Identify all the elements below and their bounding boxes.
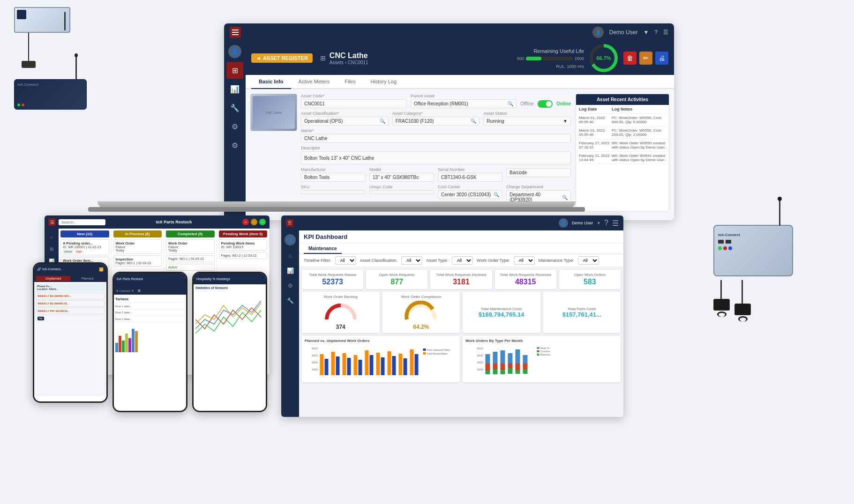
act-date-0: March 01, 2022 05:55:40 bbox=[579, 116, 612, 124]
antenna-tip bbox=[75, 53, 78, 57]
kpi-card-1-value: 877 bbox=[369, 278, 425, 286]
kanban-card-detail-1: ID: WR 100001 | 01-02-23 bbox=[63, 245, 107, 249]
gauge-percent: 66.7% bbox=[596, 55, 611, 61]
sidebar-item-workorders[interactable]: 🔧 bbox=[226, 99, 243, 116]
dash-more-icon[interactable]: ☰ bbox=[612, 219, 619, 228]
antenna-2 bbox=[75, 56, 77, 80]
sensor-body-top bbox=[14, 7, 70, 33]
unspc-input[interactable] bbox=[369, 190, 434, 194]
act-date-2: February 27, 2022 07:18:32 bbox=[579, 141, 612, 149]
tab-basic-info[interactable]: Basic Info bbox=[251, 75, 291, 89]
field-barcode: Barcode bbox=[506, 167, 571, 182]
kanban-card-pw2: Pages: WO-2 | 12-03-23 bbox=[219, 252, 268, 259]
tablet-btn-orange[interactable]: ○ bbox=[251, 219, 257, 225]
svg-rect-14 bbox=[376, 353, 380, 375]
svg-text:Total Unplanned Maint.: Total Unplanned Maint. bbox=[427, 348, 451, 351]
kpi-compliance-label: Work Order Compliance bbox=[385, 295, 457, 299]
tab-active-meters[interactable]: Active Meters bbox=[291, 75, 337, 89]
filter-timeline-select[interactable]: All bbox=[335, 256, 356, 265]
category-input[interactable]: FRAC1030 (F120) 🔍 bbox=[392, 117, 480, 126]
tab-history-log[interactable]: History Log bbox=[363, 75, 404, 89]
asset-image: CNC Lathe bbox=[250, 94, 297, 131]
kpi-card-4: Open Work Orders 583 bbox=[559, 270, 621, 289]
kanban-detail-c3: Active bbox=[168, 266, 212, 269]
sidebar-item-settings1[interactable]: ⚙ bbox=[226, 118, 243, 135]
dash-sidebar-tools[interactable]: 🔧 bbox=[284, 294, 297, 307]
phone1-tab-planned[interactable]: Planned bbox=[70, 276, 105, 281]
tablet-search-input[interactable]: Search... bbox=[59, 219, 105, 225]
kpi-maint-cost-value: $169,794,765.14 bbox=[479, 311, 524, 318]
asset-code-input[interactable]: CNC0011 bbox=[301, 99, 407, 108]
svg-text:Maintenan...: Maintenan... bbox=[540, 354, 552, 356]
tablet-menu-icon[interactable]: ☰ bbox=[48, 218, 56, 226]
tablet-sidebar-home[interactable]: ⌂ bbox=[46, 231, 57, 242]
phone2-filter-icon[interactable]: ⊞ bbox=[138, 289, 141, 292]
svg-rect-8 bbox=[343, 353, 346, 375]
iot-antenna-tall bbox=[779, 200, 780, 226]
asset-title: CNC Lathe bbox=[330, 52, 368, 60]
mfr-input[interactable]: Bolton Tools bbox=[301, 173, 366, 182]
filter-asset-type-select[interactable]: All bbox=[452, 256, 473, 265]
status-toggle[interactable] bbox=[538, 100, 553, 108]
dash-menu-btn[interactable]: ☰ bbox=[286, 219, 293, 227]
status-input[interactable]: Running ▼ bbox=[483, 117, 571, 126]
kpi-compliance-card: Work Order Compliance 64.2% bbox=[382, 292, 460, 333]
edit-icon-button[interactable]: ✏ bbox=[639, 52, 652, 65]
col-log-notes: Log Notes bbox=[612, 107, 666, 111]
phone2-bar-3 bbox=[122, 341, 125, 352]
barcode-input[interactable]: Barcode bbox=[506, 168, 571, 177]
sku-input[interactable] bbox=[301, 190, 366, 194]
topbar: 👤 Demo User ▼ ? ☰ bbox=[224, 23, 674, 41]
tablet-sidebar-grid[interactable]: ⊞ bbox=[46, 244, 57, 254]
tablet-btn-red[interactable]: × bbox=[242, 219, 249, 225]
more-icon[interactable]: ☰ bbox=[663, 29, 668, 36]
name-input[interactable]: CNC Lathe bbox=[301, 134, 571, 143]
unspc-label: Unspc Code bbox=[369, 185, 434, 189]
classification-input[interactable]: Operational (OPS) 🔍 bbox=[301, 117, 389, 126]
phone1-item1-detail: Location: Maint... bbox=[37, 288, 104, 290]
field-serial: Serial Number CBT1340-6-GSK bbox=[438, 167, 502, 182]
gauge-circle: 66.7% bbox=[590, 44, 618, 72]
tab-files[interactable]: Files bbox=[337, 75, 363, 89]
dash-sidebar-chart[interactable]: 📊 bbox=[284, 264, 297, 277]
kanban-header-process: In Process (8) bbox=[113, 230, 162, 237]
asset-title-section: CNC Lathe Assets › CNC0011 bbox=[330, 52, 368, 65]
field-model: Model 13" x 40" GSK980TBc bbox=[369, 167, 434, 182]
dash-sidebar-settings[interactable]: ⚙ bbox=[284, 279, 297, 292]
clamp-wire-1 bbox=[720, 280, 722, 299]
act-date-3: February 21, 2022 13:44:49 bbox=[579, 154, 612, 162]
tabs: Basic Info Active Meters Files History L… bbox=[246, 75, 674, 89]
tablet-btn-green[interactable]: ○ bbox=[259, 219, 266, 225]
filter-asset-class-select[interactable]: All bbox=[401, 256, 422, 265]
dash-help-icon[interactable]: ? bbox=[604, 219, 608, 227]
svg-rect-43 bbox=[516, 363, 520, 371]
kanban-header-new: New (12) bbox=[60, 230, 109, 237]
svg-rect-30 bbox=[486, 354, 490, 363]
filter-maint-type-select[interactable]: All bbox=[578, 256, 599, 265]
parent-asset-input[interactable]: Office Reception (RM001) 🔍 bbox=[411, 99, 517, 108]
phone2-row-2: Row 2 data... bbox=[115, 310, 185, 316]
sidebar-item-charts[interactable]: 📊 bbox=[226, 81, 243, 97]
dash-sidebar-avatar: 👤 bbox=[285, 234, 296, 245]
act-note-3: W0: Work Order W0541 created with status… bbox=[612, 154, 666, 162]
kpi-backlog-label: Work Order Backlog bbox=[305, 295, 377, 299]
phone1-tab-unplanned[interactable]: Unplanned bbox=[36, 276, 70, 281]
help-icon[interactable]: ? bbox=[654, 29, 658, 36]
sidebar-item-settings2[interactable]: ⚙ bbox=[226, 137, 243, 154]
svg-rect-4 bbox=[320, 354, 324, 375]
kpi-cards-row: Total Work Requests Raised 52373 Open Wo… bbox=[299, 267, 623, 292]
filter-wo-type-select[interactable]: All bbox=[514, 256, 535, 265]
kpi-tab-maintenance[interactable]: Maintenance bbox=[304, 244, 342, 254]
gauge-max: 1500 bbox=[575, 56, 584, 61]
dash-sidebar-home[interactable]: ⌂ bbox=[284, 249, 297, 262]
activity-row-0: March 01, 2022 05:55:40 PC: WorkOrder: W… bbox=[576, 114, 669, 126]
menu-button[interactable] bbox=[230, 27, 241, 38]
delete-icon-button[interactable]: 🗑 bbox=[623, 52, 637, 65]
print-icon-button[interactable]: 🖨 bbox=[655, 52, 668, 65]
cost-center-input[interactable]: Center 3020 (CS10043) 🔍 bbox=[438, 190, 502, 199]
description-input[interactable]: Bolton Tools 13" x 40" CNC Lathe bbox=[301, 151, 571, 164]
sidebar-item-assets[interactable]: ⊞ bbox=[226, 62, 243, 79]
model-input[interactable]: 13" x 40" GSK980TBc bbox=[369, 173, 434, 182]
serial-input[interactable]: CBT1340-6-GSK bbox=[438, 173, 502, 182]
asset-register-button[interactable]: ◄ ASSET REGISTER bbox=[251, 53, 313, 63]
